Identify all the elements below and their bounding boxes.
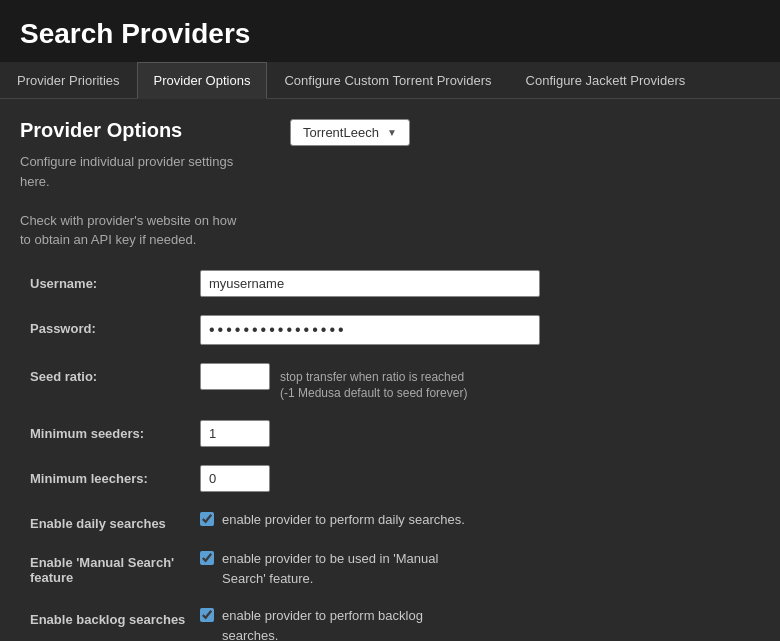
enable-backlog-label: Enable backlog searches bbox=[30, 606, 200, 627]
enable-manual-input-area: enable provider to be used in 'Manual Se… bbox=[200, 549, 760, 588]
page-title: Search Providers bbox=[0, 0, 780, 62]
username-row: Username: bbox=[20, 270, 760, 297]
enable-daily-label: Enable daily searches bbox=[30, 510, 200, 531]
seed-ratio-input-area: stop transfer when ratio is reached (-1 … bbox=[200, 363, 760, 403]
username-input-area bbox=[200, 270, 760, 297]
username-input[interactable] bbox=[200, 270, 540, 297]
seed-ratio-hint: stop transfer when ratio is reached (-1 … bbox=[280, 363, 480, 403]
provider-title-block: Provider Options Configure individual pr… bbox=[20, 119, 250, 250]
provider-options-title: Provider Options bbox=[20, 119, 250, 142]
enable-backlog-checkbox[interactable] bbox=[200, 608, 214, 622]
min-leechers-input-area bbox=[200, 465, 760, 492]
seed-ratio-row: Seed ratio: stop transfer when ratio is … bbox=[20, 363, 760, 403]
enable-manual-checkbox-row: enable provider to be used in 'Manual Se… bbox=[200, 549, 482, 588]
enable-manual-label: Enable 'Manual Search' feature bbox=[30, 549, 200, 585]
enable-backlog-checkbox-row: enable provider to perform backlog searc… bbox=[200, 606, 482, 641]
enable-backlog-row: Enable backlog searches enable provider … bbox=[20, 606, 760, 641]
tabs-bar: Provider Priorities Provider Options Con… bbox=[0, 62, 780, 99]
enable-daily-checkbox-row: enable provider to perform daily searche… bbox=[200, 510, 465, 530]
enable-daily-desc: enable provider to perform daily searche… bbox=[222, 510, 465, 530]
provider-desc: Configure individual provider settings h… bbox=[20, 152, 250, 250]
password-input-area bbox=[200, 315, 760, 345]
enable-backlog-desc: enable provider to perform backlog searc… bbox=[222, 606, 482, 641]
min-seeders-input[interactable] bbox=[200, 420, 270, 447]
enable-daily-checkbox[interactable] bbox=[200, 512, 214, 526]
min-leechers-label: Minimum leechers: bbox=[30, 465, 200, 486]
enable-daily-input-area: enable provider to perform daily searche… bbox=[200, 510, 760, 530]
username-label: Username: bbox=[30, 270, 200, 291]
content-area: Provider Options Configure individual pr… bbox=[0, 99, 780, 641]
chevron-down-icon: ▼ bbox=[387, 127, 397, 138]
min-leechers-input[interactable] bbox=[200, 465, 270, 492]
provider-dropdown-label: TorrentLeech bbox=[303, 125, 379, 140]
tab-provider-priorities[interactable]: Provider Priorities bbox=[0, 62, 137, 98]
min-seeders-input-area bbox=[200, 420, 760, 447]
min-seeders-row: Minimum seeders: bbox=[20, 420, 760, 447]
password-label: Password: bbox=[30, 315, 200, 336]
form-section: Username: Password: Seed ratio: stop tra… bbox=[20, 270, 760, 642]
provider-dropdown-wrapper: TorrentLeech ▼ bbox=[290, 119, 410, 146]
enable-manual-checkbox[interactable] bbox=[200, 551, 214, 565]
enable-daily-row: Enable daily searches enable provider to… bbox=[20, 510, 760, 531]
provider-header: Provider Options Configure individual pr… bbox=[20, 119, 760, 250]
enable-manual-desc: enable provider to be used in 'Manual Se… bbox=[222, 549, 482, 588]
password-input[interactable] bbox=[200, 315, 540, 345]
seed-ratio-input[interactable] bbox=[200, 363, 270, 390]
enable-manual-row: Enable 'Manual Search' feature enable pr… bbox=[20, 549, 760, 588]
tab-jackett[interactable]: Configure Jackett Providers bbox=[509, 62, 703, 98]
enable-backlog-input-area: enable provider to perform backlog searc… bbox=[200, 606, 760, 641]
min-seeders-label: Minimum seeders: bbox=[30, 420, 200, 441]
password-row: Password: bbox=[20, 315, 760, 345]
provider-dropdown[interactable]: TorrentLeech ▼ bbox=[290, 119, 410, 146]
tab-provider-options[interactable]: Provider Options bbox=[137, 62, 268, 99]
tab-custom-torrent[interactable]: Configure Custom Torrent Providers bbox=[267, 62, 508, 98]
seed-ratio-label: Seed ratio: bbox=[30, 363, 200, 384]
min-leechers-row: Minimum leechers: bbox=[20, 465, 760, 492]
